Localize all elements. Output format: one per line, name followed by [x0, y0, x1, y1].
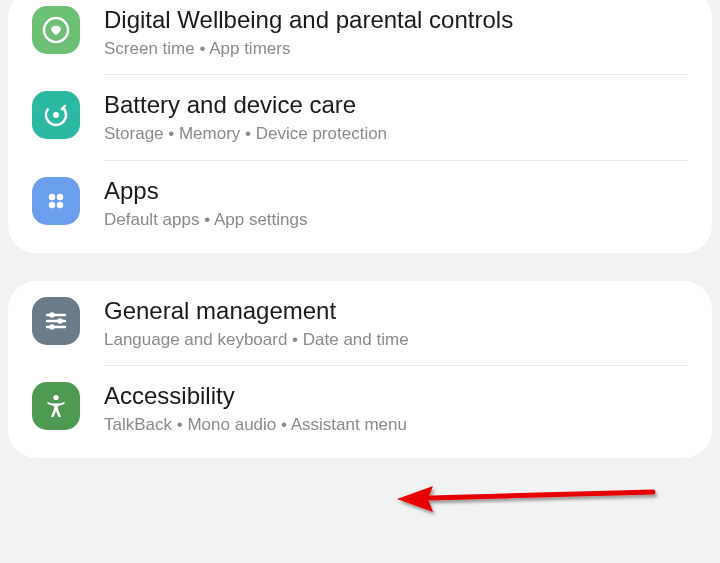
svg-point-11	[57, 318, 63, 324]
svg-point-4	[57, 193, 63, 199]
settings-item-battery-device-care[interactable]: Battery and device care Storage • Memory…	[8, 75, 712, 159]
settings-item-text: Accessibility TalkBack • Mono audio • As…	[104, 380, 688, 436]
svg-marker-15	[397, 486, 433, 512]
svg-point-6	[57, 201, 63, 207]
settings-item-text: General management Language and keyboard…	[104, 295, 688, 351]
wellbeing-icon	[32, 6, 80, 54]
settings-item-digital-wellbeing[interactable]: Digital Wellbeing and parental controls …	[8, 0, 712, 74]
svg-point-3	[49, 193, 55, 199]
settings-item-title: Digital Wellbeing and parental controls	[104, 4, 688, 35]
settings-item-accessibility[interactable]: Accessibility TalkBack • Mono audio • As…	[8, 366, 712, 450]
settings-item-title: Accessibility	[104, 380, 688, 411]
settings-item-title: General management	[104, 295, 688, 326]
svg-point-2	[53, 112, 59, 118]
settings-item-subtitle: Language and keyboard • Date and time	[104, 329, 688, 351]
svg-point-10	[49, 312, 55, 318]
svg-point-5	[49, 201, 55, 207]
settings-item-apps[interactable]: Apps Default apps • App settings	[8, 161, 712, 245]
settings-item-title: Battery and device care	[104, 89, 688, 120]
settings-item-text: Apps Default apps • App settings	[104, 175, 688, 231]
settings-item-title: Apps	[104, 175, 688, 206]
settings-item-subtitle: Screen time • App timers	[104, 38, 688, 60]
apps-icon	[32, 177, 80, 225]
settings-item-text: Battery and device care Storage • Memory…	[104, 89, 688, 145]
settings-group-2: General management Language and keyboard…	[8, 281, 712, 459]
svg-point-13	[53, 395, 58, 400]
annotation-arrow	[395, 477, 665, 517]
device-care-icon	[32, 91, 80, 139]
settings-item-subtitle: TalkBack • Mono audio • Assistant menu	[104, 414, 688, 436]
svg-line-14	[430, 492, 653, 498]
svg-point-12	[49, 324, 55, 330]
general-management-icon	[32, 297, 80, 345]
accessibility-icon	[32, 382, 80, 430]
settings-item-subtitle: Storage • Memory • Device protection	[104, 123, 688, 145]
settings-item-text: Digital Wellbeing and parental controls …	[104, 4, 688, 60]
settings-item-subtitle: Default apps • App settings	[104, 209, 688, 231]
settings-item-general-management[interactable]: General management Language and keyboard…	[8, 281, 712, 365]
settings-group-1: Digital Wellbeing and parental controls …	[8, 0, 712, 253]
